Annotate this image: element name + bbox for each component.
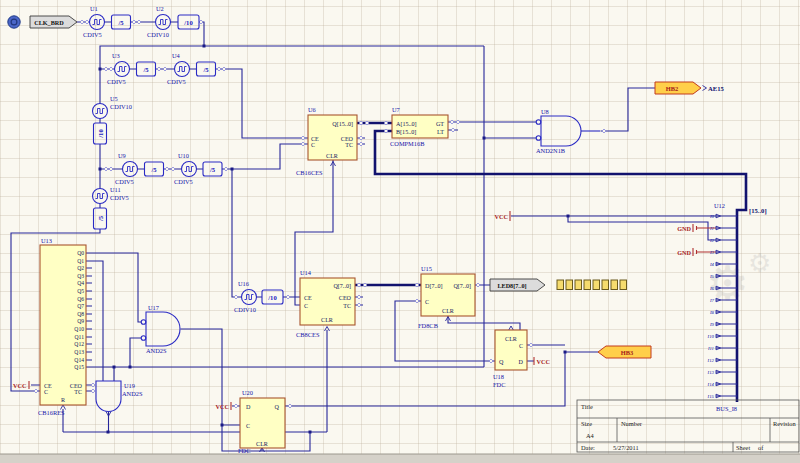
component-u14[interactable]: U14 Q[7..0] CE C CEO TC CLR CB8CES bbox=[296, 269, 355, 338]
tap-label: I5 bbox=[709, 274, 715, 279]
pin-ce: CE bbox=[304, 295, 312, 301]
pin-lt: LT bbox=[437, 129, 444, 135]
pin-c: C bbox=[304, 303, 308, 309]
ref-label: U4 bbox=[172, 52, 181, 59]
tap-label: I12 bbox=[707, 358, 715, 363]
ratio-label: /5 bbox=[142, 66, 149, 73]
tap-label: I2 bbox=[709, 238, 715, 243]
wire-clock-row1[interactable] bbox=[77, 22, 484, 104]
type-label: CDIV10 bbox=[147, 31, 169, 38]
status-strip bbox=[0, 454, 800, 463]
wire-u16-feed[interactable] bbox=[232, 169, 300, 297]
wire-clock-row2[interactable] bbox=[130, 69, 309, 138]
type-label: AND2S bbox=[146, 347, 167, 354]
led-indicators bbox=[557, 280, 627, 290]
port-hb3[interactable]: HB3 bbox=[598, 346, 651, 358]
ratio-label: /5 bbox=[202, 66, 209, 73]
wire-counter-logic[interactable] bbox=[63, 253, 327, 451]
power-gnd-1[interactable]: GND bbox=[677, 224, 696, 232]
pin-ceo: CEO bbox=[339, 295, 352, 301]
pin-c: C bbox=[519, 343, 523, 349]
vcc-label: VCC bbox=[495, 213, 508, 220]
type-label: CDIV10 bbox=[110, 103, 132, 110]
led-indicator bbox=[584, 280, 591, 290]
revision-label: Revision bbox=[773, 420, 797, 427]
type-label: FD8CB bbox=[418, 322, 438, 329]
ref-label: U6 bbox=[308, 106, 316, 113]
port-clk-brd[interactable]: CLK_BRD bbox=[30, 16, 77, 28]
port-clk-brd-label: CLK_BRD bbox=[34, 19, 64, 26]
type-label: CDIV5 bbox=[110, 194, 129, 201]
type-label: CB16RES bbox=[38, 409, 65, 416]
type-label: CB8CES bbox=[296, 331, 320, 338]
net-arrow-icon bbox=[703, 86, 707, 91]
schematic-canvas[interactable]: ⚙ ⚙ CLK_BRD /5 U1 CDIV5 /10 U2 bbox=[0, 0, 800, 463]
gate-u8[interactable]: U8 AND2N1B bbox=[536, 108, 600, 154]
gate-u19[interactable]: U19 AND2S bbox=[96, 381, 143, 411]
wire-stubs[interactable] bbox=[31, 130, 534, 406]
type-label: CDIV10 bbox=[234, 306, 256, 313]
pin-a: A[15..0] bbox=[396, 121, 417, 127]
ratio-label: /10 bbox=[183, 19, 193, 26]
tap-label: I14 bbox=[707, 382, 715, 387]
power-vcc-u13[interactable]: VCC bbox=[13, 381, 29, 389]
pin-c: C bbox=[44, 389, 48, 395]
type-label: CDIV5 bbox=[107, 78, 126, 85]
size-value: A4 bbox=[586, 432, 595, 439]
pin-q5: Q5 bbox=[77, 288, 84, 294]
power-vcc-u18[interactable]: VCC bbox=[534, 357, 550, 365]
component-u13[interactable]: U13 Q0 Q1 Q2 Q3 Q4 Q5 Q6 Q7 Q8 Q9 Q10 Q1… bbox=[38, 237, 86, 417]
type-label: COMPM16B bbox=[390, 140, 424, 147]
pin-q: Q[15..0] bbox=[332, 121, 353, 127]
pin-q9: Q9 bbox=[77, 318, 84, 324]
pin-tc: TC bbox=[343, 303, 351, 309]
tap-label: I0 bbox=[709, 214, 715, 219]
tap-label: I9 bbox=[709, 322, 715, 327]
pin-q1: Q1 bbox=[77, 258, 84, 264]
power-vcc-u20[interactable]: VCC bbox=[216, 402, 231, 410]
divider-u11[interactable]: /5 U11 CDIV5 bbox=[93, 186, 129, 229]
ref-label: U8 bbox=[541, 108, 549, 115]
bus-range-label: [15..0] bbox=[749, 207, 767, 215]
port-hb2[interactable]: HB2 bbox=[655, 82, 701, 94]
pin-q: Q bbox=[275, 404, 280, 410]
size-label: Size bbox=[581, 420, 592, 427]
ref-label: U16 bbox=[238, 280, 249, 287]
ref-label: U2 bbox=[156, 5, 164, 12]
component-u18[interactable]: CLR C D Q U18 FDC bbox=[493, 330, 527, 388]
wire-q-stubs[interactable] bbox=[86, 253, 92, 367]
type-label: CDIV5 bbox=[115, 178, 134, 185]
power-vcc-right[interactable]: VCC bbox=[495, 211, 510, 221]
watermark-gear-icon: ⚙ bbox=[748, 248, 771, 278]
type-label: CDIV5 bbox=[83, 31, 102, 38]
pin-b: B[15..0] bbox=[396, 129, 416, 135]
component-u6[interactable]: U6 Q[15..0] CE C CEO TC CLR CB16CES bbox=[296, 106, 357, 176]
ratio-label: /5 bbox=[97, 215, 104, 222]
date-label: Date: bbox=[581, 444, 595, 451]
tap-label: I1 bbox=[709, 226, 714, 231]
pin-q4: Q4 bbox=[77, 280, 84, 286]
pin-q: Q[7..0] bbox=[333, 283, 351, 289]
tap-label: I10 bbox=[707, 334, 715, 339]
tap-label: I4 bbox=[709, 262, 715, 267]
pin-d: D bbox=[246, 404, 251, 410]
pin-q: Q[7..0] bbox=[453, 283, 471, 289]
gate-u17[interactable]: U17 AND2S bbox=[141, 304, 180, 354]
divider-u5[interactable]: /10 U5 CDIV10 bbox=[93, 95, 133, 144]
pin-q13: Q13 bbox=[74, 349, 84, 355]
led-indicator bbox=[593, 280, 600, 290]
net-label-ae15: AE15 bbox=[708, 85, 724, 92]
component-u20[interactable]: U20 D Q C CLR FDC bbox=[238, 389, 285, 454]
ratio-label: /5 bbox=[117, 19, 124, 26]
pin-q7: Q7 bbox=[77, 303, 84, 309]
sheet-label: Sheet bbox=[736, 444, 750, 451]
power-gnd-2[interactable]: GND bbox=[677, 248, 696, 256]
component-u7[interactable]: U7 A[15..0] B[15..0] GT LT COMPM16B bbox=[390, 106, 448, 147]
pin-clr: CLR bbox=[505, 336, 518, 342]
port-led8[interactable]: LED8[7..0] bbox=[490, 279, 545, 291]
pin-gt: GT bbox=[436, 121, 444, 127]
ref-label: U18 bbox=[493, 373, 504, 380]
led-indicator bbox=[602, 280, 609, 290]
port-hb3-label: HB3 bbox=[621, 349, 633, 356]
port-hb2-label: HB2 bbox=[666, 85, 678, 92]
